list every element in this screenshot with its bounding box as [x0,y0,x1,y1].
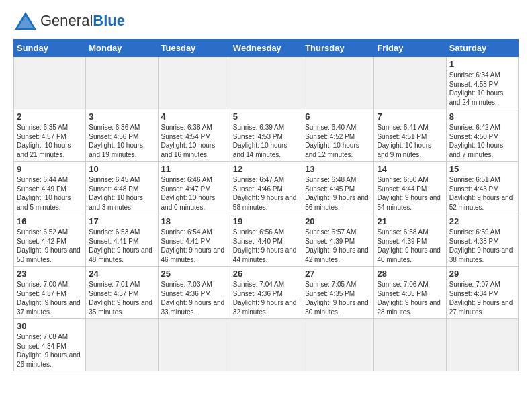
calendar-cell [302,319,374,371]
calendar-cell [86,57,158,109]
calendar-cell: 4Sunrise: 6:38 AM Sunset: 4:54 PM Daylig… [158,109,230,162]
day-number: 18 [161,216,227,226]
day-info: Sunrise: 7:05 AM Sunset: 4:35 PM Dayligh… [305,280,371,316]
calendar-cell: 30Sunrise: 7:08 AM Sunset: 4:34 PM Dayli… [14,319,86,371]
day-info: Sunrise: 6:58 AM Sunset: 4:39 PM Dayligh… [377,228,443,264]
calendar-cell: 25Sunrise: 7:03 AM Sunset: 4:36 PM Dayli… [158,267,230,319]
day-info: Sunrise: 6:42 AM Sunset: 4:50 PM Dayligh… [449,123,515,159]
calendar-cell: 13Sunrise: 6:48 AM Sunset: 4:45 PM Dayli… [302,162,374,214]
day-info: Sunrise: 6:36 AM Sunset: 4:56 PM Dayligh… [89,123,154,159]
calendar-cell [446,319,518,371]
day-number: 26 [233,269,299,279]
calendar: SundayMondayTuesdayWednesdayThursdayFrid… [13,39,519,371]
calendar-cell: 26Sunrise: 7:04 AM Sunset: 4:36 PM Dayli… [230,267,302,319]
day-info: Sunrise: 6:59 AM Sunset: 4:38 PM Dayligh… [449,228,515,264]
calendar-cell: 18Sunrise: 6:54 AM Sunset: 4:41 PM Dayli… [158,214,230,267]
week-row-6: 30Sunrise: 7:08 AM Sunset: 4:34 PM Dayli… [14,319,519,371]
calendar-cell: 27Sunrise: 7:05 AM Sunset: 4:35 PM Dayli… [302,267,374,319]
day-number: 16 [17,216,83,226]
calendar-cell [158,319,230,371]
calendar-cell [230,57,302,109]
calendar-cell: 16Sunrise: 6:52 AM Sunset: 4:42 PM Dayli… [14,214,86,267]
day-number: 1 [449,59,515,69]
week-row-3: 9Sunrise: 6:44 AM Sunset: 4:49 PM Daylig… [14,162,519,214]
calendar-cell [374,319,446,371]
day-info: Sunrise: 6:57 AM Sunset: 4:39 PM Dayligh… [305,228,371,264]
day-info: Sunrise: 7:04 AM Sunset: 4:36 PM Dayligh… [233,280,299,316]
calendar-cell: 6Sunrise: 6:40 AM Sunset: 4:52 PM Daylig… [302,109,374,162]
day-number: 29 [449,269,515,279]
calendar-cell: 22Sunrise: 6:59 AM Sunset: 4:38 PM Dayli… [446,214,518,267]
calendar-cell [158,57,230,109]
day-number: 5 [233,111,299,122]
calendar-cell: 17Sunrise: 6:53 AM Sunset: 4:41 PM Dayli… [86,214,158,267]
calendar-cell: 9Sunrise: 6:44 AM Sunset: 4:49 PM Daylig… [14,162,86,214]
logo: GeneralBlue [13,11,125,31]
day-number: 13 [305,164,371,174]
calendar-cell: 15Sunrise: 6:51 AM Sunset: 4:43 PM Dayli… [446,162,518,214]
calendar-cell: 29Sunrise: 7:07 AM Sunset: 4:34 PM Dayli… [446,267,518,319]
day-info: Sunrise: 7:01 AM Sunset: 4:37 PM Dayligh… [89,280,154,316]
day-number: 17 [89,216,154,226]
day-number: 30 [17,321,83,331]
weekday-header-wednesday: Wednesday [230,40,302,57]
day-number: 27 [305,269,371,279]
calendar-cell: 11Sunrise: 6:46 AM Sunset: 4:47 PM Dayli… [158,162,230,214]
calendar-cell: 3Sunrise: 6:36 AM Sunset: 4:56 PM Daylig… [86,109,158,162]
calendar-cell [302,57,374,109]
logo-blue: Blue [93,12,125,29]
day-info: Sunrise: 6:41 AM Sunset: 4:51 PM Dayligh… [377,123,443,159]
day-number: 4 [161,111,227,122]
day-number: 20 [305,216,371,226]
calendar-cell [374,57,446,109]
day-info: Sunrise: 6:35 AM Sunset: 4:57 PM Dayligh… [17,123,83,159]
weekday-header-friday: Friday [374,40,446,57]
calendar-cell: 8Sunrise: 6:42 AM Sunset: 4:50 PM Daylig… [446,109,518,162]
calendar-cell: 12Sunrise: 6:47 AM Sunset: 4:46 PM Dayli… [230,162,302,214]
weekday-header-saturday: Saturday [446,40,518,57]
week-row-5: 23Sunrise: 7:00 AM Sunset: 4:37 PM Dayli… [14,267,519,319]
calendar-cell: 7Sunrise: 6:41 AM Sunset: 4:51 PM Daylig… [374,109,446,162]
day-number: 28 [377,269,443,279]
day-number: 9 [17,164,83,174]
day-number: 10 [89,164,154,174]
day-number: 2 [17,111,83,122]
day-number: 24 [89,269,154,279]
day-info: Sunrise: 6:52 AM Sunset: 4:42 PM Dayligh… [17,228,83,264]
day-number: 22 [449,216,515,226]
weekday-header-sunday: Sunday [14,40,86,57]
day-info: Sunrise: 7:00 AM Sunset: 4:37 PM Dayligh… [17,280,83,316]
calendar-cell: 19Sunrise: 6:56 AM Sunset: 4:40 PM Dayli… [230,214,302,267]
calendar-cell [230,319,302,371]
day-number: 11 [161,164,227,174]
week-row-4: 16Sunrise: 6:52 AM Sunset: 4:42 PM Dayli… [14,214,519,267]
page: GeneralBlue SundayMondayTuesdayWednesday… [0,0,532,378]
day-info: Sunrise: 7:07 AM Sunset: 4:34 PM Dayligh… [449,280,515,316]
day-info: Sunrise: 6:56 AM Sunset: 4:40 PM Dayligh… [233,228,299,264]
calendar-cell: 28Sunrise: 7:06 AM Sunset: 4:35 PM Dayli… [374,267,446,319]
day-number: 3 [89,111,154,122]
day-number: 25 [161,269,227,279]
weekday-header-thursday: Thursday [302,40,374,57]
day-number: 12 [233,164,299,174]
weekday-header-tuesday: Tuesday [158,40,230,57]
logo-icon [13,11,38,31]
day-info: Sunrise: 7:06 AM Sunset: 4:35 PM Dayligh… [377,280,443,316]
day-number: 23 [17,269,83,279]
day-info: Sunrise: 6:38 AM Sunset: 4:54 PM Dayligh… [161,123,227,159]
logo-text: GeneralBlue [40,13,125,28]
calendar-cell: 1Sunrise: 6:34 AM Sunset: 4:58 PM Daylig… [446,57,518,109]
day-info: Sunrise: 7:03 AM Sunset: 4:36 PM Dayligh… [161,280,227,316]
day-info: Sunrise: 6:34 AM Sunset: 4:58 PM Dayligh… [449,71,515,107]
weekday-header-monday: Monday [86,40,158,57]
day-info: Sunrise: 6:51 AM Sunset: 4:43 PM Dayligh… [449,175,515,212]
day-info: Sunrise: 6:46 AM Sunset: 4:47 PM Dayligh… [161,175,227,212]
day-info: Sunrise: 6:39 AM Sunset: 4:53 PM Dayligh… [233,123,299,159]
calendar-cell: 21Sunrise: 6:58 AM Sunset: 4:39 PM Dayli… [374,214,446,267]
day-info: Sunrise: 6:48 AM Sunset: 4:45 PM Dayligh… [305,175,371,212]
day-info: Sunrise: 6:40 AM Sunset: 4:52 PM Dayligh… [305,123,371,159]
day-number: 15 [449,164,515,174]
day-info: Sunrise: 6:47 AM Sunset: 4:46 PM Dayligh… [233,175,299,212]
calendar-cell [14,57,86,109]
calendar-cell: 10Sunrise: 6:45 AM Sunset: 4:48 PM Dayli… [86,162,158,214]
